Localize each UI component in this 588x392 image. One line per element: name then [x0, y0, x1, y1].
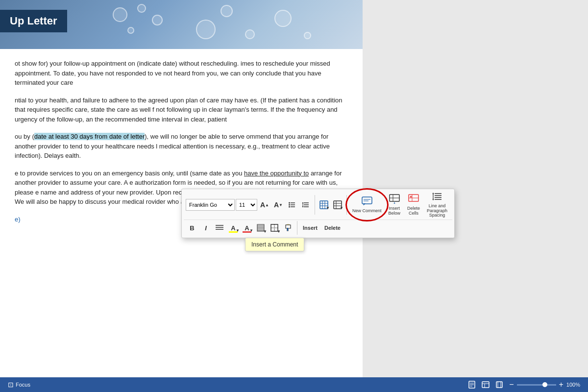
svg-point-4	[289, 204, 290, 206]
decoration-bubble	[220, 5, 233, 17]
toolbar-separator-2	[346, 195, 347, 215]
paragraph-1: ot show for) your follow-up appointment …	[15, 59, 348, 88]
delete-cells-icon	[408, 194, 419, 205]
floating-toolbar: Franklin Go 11 A▲ A▼ ▼	[181, 189, 455, 238]
web-layout-button[interactable]	[482, 381, 490, 389]
underline-phrase: have the opportunity to	[244, 170, 309, 177]
paragraph-3: ou by (date at least 30 days from date o…	[15, 132, 348, 161]
zoom-in-button[interactable]: +	[559, 381, 564, 389]
insert-below-button[interactable]: InsertBelow	[386, 192, 404, 218]
svg-rect-18	[362, 197, 372, 204]
highlight-color-button[interactable]: A ▼	[227, 222, 240, 234]
zoom-slider-thumb[interactable]	[542, 382, 547, 387]
decoration-bubble	[274, 10, 292, 27]
shading-button[interactable]: ▼	[254, 222, 267, 234]
decoration-bubble	[245, 29, 255, 39]
font-size-select[interactable]: 11	[236, 199, 257, 211]
font-select-group: Franklin Go 11	[186, 199, 257, 211]
insert-text-button[interactable]: Insert	[300, 222, 320, 234]
borders-button[interactable]: ▼	[268, 222, 281, 234]
document-title: Up Letter	[0, 10, 67, 32]
new-comment-label: New Comment	[352, 209, 382, 214]
line-spacing-button[interactable]	[299, 199, 312, 211]
document-header: Up Letter	[0, 0, 363, 49]
focus-button[interactable]: ⊡ Focus	[8, 381, 30, 389]
print-layout-button[interactable]	[468, 381, 476, 389]
focus-icon: ⊡	[8, 381, 14, 389]
paragraph-2: ntial to your health, and failure to adh…	[15, 96, 348, 124]
svg-rect-53	[496, 382, 502, 388]
decoration-bubble	[196, 20, 216, 39]
delete-cells-button[interactable]: DeleteCells	[404, 192, 423, 218]
bold-button[interactable]: B	[186, 222, 198, 234]
decoration-bubble	[127, 27, 134, 34]
svg-point-5	[289, 206, 290, 208]
web-layout-icon	[482, 381, 490, 389]
format-paint-button[interactable]	[282, 222, 294, 234]
insert-below-icon	[389, 194, 400, 205]
status-bar-left: ⊡ Focus	[8, 381, 30, 389]
italic-button[interactable]: I	[199, 222, 212, 234]
font-color-button[interactable]: A ▼	[241, 222, 253, 234]
table-options-button[interactable]: ▼	[331, 199, 344, 211]
focus-mode-icon	[495, 381, 503, 389]
toolbar-row-1: Franklin Go 11 A▲ A▼ ▼	[184, 191, 452, 220]
bullets-button[interactable]	[286, 199, 298, 211]
delete-text-button[interactable]: Delete	[321, 222, 343, 234]
highlighted-date: date at least 30 days from date of lette…	[34, 133, 145, 140]
insert-below-label: InsertBelow	[389, 206, 401, 216]
decoration-bubble	[304, 32, 311, 39]
table-insert-button[interactable]: ▼	[318, 199, 330, 211]
zoom-percent-label: 100%	[566, 382, 580, 388]
tooltip-insert-comment: Insert a Comment	[245, 238, 304, 251]
new-comment-icon	[362, 196, 372, 208]
font-family-select[interactable]: Franklin Go	[186, 199, 235, 211]
zoom-out-button[interactable]: −	[509, 381, 514, 389]
zoom-control: − + 100%	[509, 381, 580, 389]
line-paragraph-spacing-button[interactable]: Line andParagraphSpacing	[424, 192, 450, 218]
grow-font-button[interactable]: A▲	[258, 199, 271, 211]
toolbar-row-2: B I A ▼ A ▼ ▼	[184, 220, 452, 236]
line-paragraph-spacing-label: Line andParagraphSpacing	[427, 204, 447, 219]
decoration-bubble	[113, 7, 127, 22]
print-layout-icon	[468, 381, 476, 389]
new-comment-button[interactable]: New Comment	[349, 192, 385, 218]
focus-mode-button[interactable]	[495, 381, 503, 389]
svg-rect-45	[287, 228, 288, 231]
status-bar: ⊡ Focus − + 100%	[0, 377, 588, 392]
shrink-font-button[interactable]: A▼	[272, 199, 285, 211]
toolbar-separator-3	[297, 221, 297, 235]
line-paragraph-spacing-icon	[432, 192, 442, 203]
decoration-bubble	[137, 4, 146, 13]
toolbar-separator-1	[315, 195, 315, 215]
delete-cells-label: DeleteCells	[407, 206, 420, 216]
svg-rect-50	[482, 382, 489, 388]
zoom-slider[interactable]	[517, 384, 556, 386]
svg-point-3	[289, 202, 290, 204]
align-button[interactable]	[213, 222, 226, 234]
decoration-bubble	[152, 15, 163, 25]
